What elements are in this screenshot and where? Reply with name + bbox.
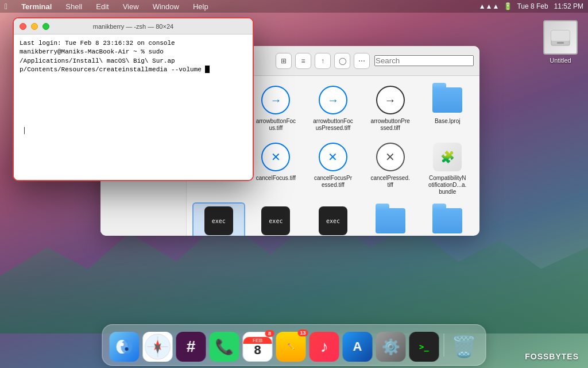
cs-lproj-icon: [374, 205, 407, 236]
dock-item-calendar[interactable]: FEB 8 8: [243, 332, 273, 362]
cursor-text-indicator: │: [22, 127, 26, 134]
terminal-line-1: Last login: Tue Feb 8 23:16:32 on consol…: [20, 39, 247, 48]
item-label: arrowbuttonFocusPressed.tiff: [313, 118, 353, 132]
maximize-button[interactable]: [42, 23, 49, 30]
list-item[interactable]: → arrowbuttonFocusPressed.tiff: [307, 82, 359, 134]
list-item[interactable]: ✕ cancelFocus.tiff: [250, 139, 303, 198]
list-item[interactable]: ✕ cancelFocusPressed.tiff: [307, 139, 359, 198]
svg-rect-1: [551, 30, 570, 41]
menu-view[interactable]: View: [121, 2, 141, 11]
battery-icon: 🔋: [504, 2, 512, 10]
finder-toolbar-icons: ⊞ ≡ ↑ ◯ ⋯: [276, 53, 370, 69]
dock-separator: [444, 334, 444, 356]
terminal-titlebar: manikberry — -zsh — 80×24: [14, 18, 253, 34]
cancel-focus-pressed-icon: ✕: [317, 141, 349, 173]
menubar-left:  Terminal Shell Edit View Window Help: [5, 2, 479, 11]
arrow-button-focus-pressed-icon: →: [317, 84, 349, 116]
menu-edit[interactable]: Edit: [94, 2, 111, 11]
dock-item-terminal[interactable]: >_: [409, 332, 439, 362]
list-item[interactable]: exec createinstallmedia: [192, 202, 245, 236]
terminal-cursor: [205, 66, 210, 73]
dock-item-trash[interactable]: 🗑️: [449, 332, 479, 362]
item-label: cancelFocus.tiff: [256, 175, 296, 182]
dock-item-slack[interactable]: #: [176, 332, 206, 362]
wifi-icon: ▲▲▲: [479, 2, 500, 10]
arrow-button-focus-icon: →: [260, 84, 292, 116]
svg-point-6: [121, 343, 124, 346]
finder-view-grid-btn[interactable]: ⊞: [276, 53, 292, 69]
clock-display: Tue 8 Feb 11:52 PM: [517, 2, 583, 10]
dock-item-whatsapp[interactable]: 📞: [210, 332, 239, 362]
list-item[interactable]: ✕ cancelPressed.tiff: [364, 139, 417, 198]
terminal-title: manikberry — -zsh — 80×24: [93, 23, 173, 30]
terminal-line-3: p/Contents/Resources/createinstallmedia …: [20, 66, 247, 74]
menubar:  Terminal Shell Edit View Window Help ▲…: [0, 0, 588, 13]
item-label: arrowbuttonPressed.tiff: [370, 118, 411, 132]
terminal-line-2: manikberry@Maniks-MacBook-Air ~ % sudo /…: [20, 48, 247, 66]
finder-tag-btn[interactable]: ◯: [334, 53, 350, 69]
finder-search-input[interactable]: [374, 55, 474, 66]
fossbytes-watermark: FOSSBYTES: [525, 352, 579, 361]
calendar-day: 8: [254, 344, 261, 356]
item-label: cancelPressed.tiff: [370, 175, 411, 189]
svg-point-5: [121, 340, 133, 354]
base-lproj-icon: [431, 84, 463, 116]
list-item[interactable]: → arrowbuttonPressed.tiff: [364, 82, 417, 134]
dock-item-finder[interactable]: [110, 332, 140, 362]
desktop-icon-label: Untitled: [550, 57, 571, 64]
calendar-badge: 8: [265, 330, 274, 337]
minimize-button[interactable]: [31, 23, 38, 30]
list-item[interactable]: Base.lproj: [421, 82, 474, 134]
item-label: Base.lproj: [435, 118, 460, 125]
item-label: CompatibilityNotificationD...a.bundle: [427, 175, 467, 195]
svg-point-7: [125, 347, 129, 351]
dock-item-notes[interactable]: ✏️ 13: [276, 332, 306, 362]
desktop:  Terminal Shell Edit View Window Help ▲…: [0, 0, 588, 368]
dock-item-preferences[interactable]: ⚙️: [376, 332, 406, 362]
arrow-button-pressed-icon: →: [374, 84, 407, 116]
createinstallmedia-yosemite-icon: exec: [260, 205, 292, 236]
item-label: cancelFocusPressed.tiff: [313, 175, 353, 189]
apple-menu-icon[interactable]: : [5, 2, 7, 11]
terminal-window: manikberry — -zsh — 80×24 Last login: Tu…: [13, 17, 254, 181]
list-item[interactable]: → arrowbuttonFocus.tiff: [250, 82, 303, 134]
svg-rect-2: [557, 42, 564, 44]
terminal-body[interactable]: Last login: Tue Feb 8 23:16:32 on consol…: [14, 34, 253, 180]
list-item[interactable]: exec createinstallmedia.dylib: [307, 202, 359, 236]
da-lproj-icon: [431, 205, 463, 236]
menu-window[interactable]: Window: [150, 2, 181, 11]
dock-item-appstore[interactable]: A: [343, 332, 373, 362]
finder-action-btn[interactable]: ⋯: [354, 53, 370, 69]
menu-app-name[interactable]: Terminal: [19, 2, 54, 11]
createinstallmedia-dylib-icon: exec: [317, 205, 349, 236]
list-item[interactable]: cs.lproj: [364, 202, 417, 236]
dock: # 📞 FEB 8 8 ✏️ 13 ♪ A ⚙️ >_: [102, 324, 486, 366]
close-button[interactable]: [20, 23, 26, 30]
list-item[interactable]: 🧩 CompatibilityNotificationD...a.bundle: [421, 139, 474, 198]
finder-view-list-btn[interactable]: ≡: [295, 53, 311, 69]
menubar-right: ▲▲▲ 🔋 Tue 8 Feb 11:52 PM: [479, 2, 583, 10]
createinstallmedia-icon: exec: [203, 205, 235, 236]
compat-bundle-icon: 🧩: [431, 141, 463, 173]
list-item[interactable]: da.lproj: [421, 202, 474, 236]
desktop-drive-icon[interactable]: Untitled: [543, 20, 578, 64]
menu-shell[interactable]: Shell: [63, 2, 84, 11]
list-item[interactable]: exec createinstallmedia_yosemite: [250, 202, 303, 236]
cancel-focus-icon: ✕: [260, 141, 292, 173]
dock-item-safari[interactable]: [143, 332, 173, 362]
drive-icon-image: [543, 20, 578, 55]
finder-share-btn[interactable]: ↑: [315, 53, 331, 69]
cancel-pressed-icon: ✕: [374, 141, 407, 173]
menu-help[interactable]: Help: [191, 2, 211, 11]
dock-item-music[interactable]: ♪: [310, 332, 339, 362]
notes-badge: 13: [297, 329, 308, 336]
item-label: arrowbuttonFocus.tiff: [256, 118, 296, 132]
